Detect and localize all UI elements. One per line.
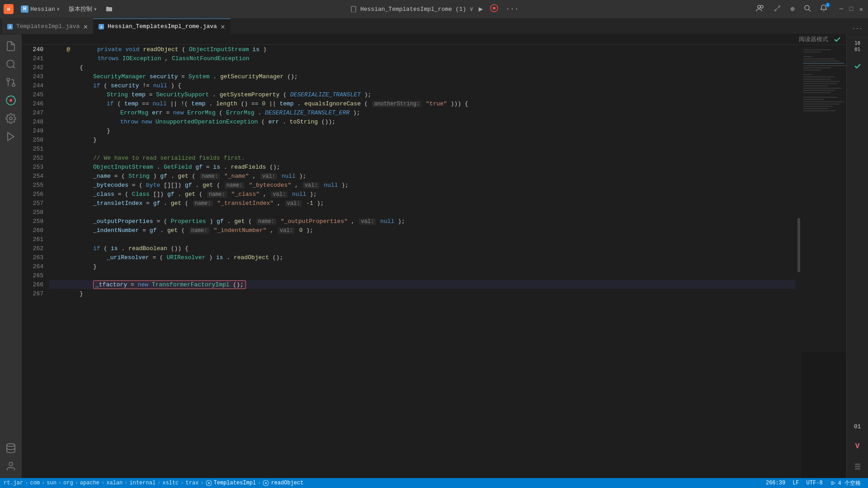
code-line-254[interactable]: _name = ( String ) gf . get ( name: "_na…	[49, 171, 796, 180]
right-icon-01-bottom[interactable]: 01	[849, 418, 866, 435]
code-line-242[interactable]: {	[49, 63, 796, 72]
breadcrumb-templatesimpl[interactable]: TemplatesImpl	[214, 480, 256, 486]
cls-getfield: GetField	[164, 164, 192, 171]
code-line-247[interactable]: ErrorMsg err = new ErrorMsg ( ErrorMsg .…	[49, 108, 796, 117]
code-line-249[interactable]: }	[49, 126, 796, 135]
search-title-icon[interactable]	[802, 4, 813, 15]
code-line-263[interactable]: _uriResolver = ( URIResolver ) is . read…	[49, 253, 796, 262]
right-icon-01[interactable]: 10 01	[849, 38, 866, 54]
code-line-244[interactable]: if ( security != null ) {	[49, 81, 796, 90]
line-num-261: 261	[22, 235, 49, 244]
breadcrumb-rtjar[interactable]: rt.jar	[4, 480, 23, 486]
project-menu[interactable]: H Hessian ∨	[17, 4, 63, 14]
code-lines[interactable]: @ private void readObject ( ObjectInputS…	[49, 45, 796, 478]
tab-templatesimpl[interactable]: J TemplatesImpl.java ✕	[2, 19, 93, 34]
breadcrumb-readobject[interactable]: readObject	[271, 480, 303, 486]
cls-unsupported: UnsupportedOperationException	[156, 118, 258, 125]
code-line-256[interactable]: _class = ( Class []) gf . get ( name: "_…	[49, 190, 796, 199]
code-line-257[interactable]: _transletIndex = gf . get ( name: "_tran…	[49, 199, 796, 208]
debug-run-btn[interactable]	[488, 3, 500, 15]
code-line-265[interactable]	[49, 271, 796, 280]
kw-new248: new	[142, 118, 152, 125]
code-line-252[interactable]: // We have to read serialized fields fir…	[49, 153, 796, 162]
code-line-241[interactable]: throws IOException , ClassNotFoundExcept…	[49, 54, 796, 63]
sidebar-item-person[interactable]	[3, 458, 19, 474]
scrollbar-thumb[interactable]	[797, 218, 800, 272]
version-control-menu[interactable]: 版本控制 ∨	[65, 3, 100, 15]
tab-more-btn[interactable]: ···	[849, 24, 866, 34]
code-line-243[interactable]: SecurityManager security = System . getS…	[49, 72, 796, 81]
var-gf259: gf	[217, 218, 224, 225]
tab1-close-icon[interactable]: ✕	[83, 22, 88, 31]
code-line-248[interactable]: throw new UnsupportedOperationException …	[49, 117, 796, 126]
right-label-01: 10	[854, 40, 860, 46]
sidebar-item-git[interactable]	[3, 74, 19, 90]
svg-point-50	[208, 482, 210, 484]
code-line-245[interactable]: String temp = SecuritySupport . getSyste…	[49, 90, 796, 99]
more-btn[interactable]: ···	[504, 4, 520, 14]
breadcrumb-com[interactable]: com	[30, 480, 40, 486]
status-encoding[interactable]: UTF-8	[803, 478, 826, 488]
activity-bar-bottom	[3, 440, 19, 474]
breadcrumb-apache[interactable]: apache	[80, 480, 99, 486]
code-line-266[interactable]: _tfactory = new TransformerFactoryImpl (…	[49, 280, 796, 289]
app-logo[interactable]: H	[4, 4, 14, 14]
wrench-icon[interactable]	[771, 3, 783, 15]
breadcrumb-internal[interactable]: internal	[130, 480, 156, 486]
svg-line-8	[809, 9, 811, 11]
close-btn[interactable]: ✕	[858, 6, 864, 12]
code-line-253[interactable]: ObjectInputStream . GetField gf = is . r…	[49, 162, 796, 171]
breadcrumb-org[interactable]: org	[63, 480, 73, 486]
maximize-btn[interactable]: □	[848, 6, 854, 12]
breadcrumb-sun[interactable]: sun	[47, 480, 57, 486]
play-icon	[5, 131, 16, 142]
sidebar-item-run[interactable]	[3, 92, 19, 109]
code-line-261[interactable]	[49, 235, 796, 244]
fn-readboolean: readBoolean	[128, 245, 167, 252]
code-line-251[interactable]	[49, 144, 796, 153]
right-icon-scroll[interactable]	[849, 458, 866, 474]
status-lineending[interactable]: LF	[789, 478, 802, 488]
sidebar-item-files[interactable]	[3, 38, 19, 54]
code-line-262[interactable]: if ( is . readBoolean ()) {	[49, 244, 796, 253]
code-line-255[interactable]: _bytecodes = ( byte [][]) gf . get ( nam…	[49, 180, 796, 190]
tab-hessian-templatesimpl[interactable]: J Hessian_TemplatesImpl_rome.java ✕	[93, 19, 230, 34]
cls-errormsg247: ErrorMsg	[120, 109, 148, 116]
breadcrumb-trax[interactable]: trax	[186, 480, 199, 486]
code-line-250[interactable]: }	[49, 135, 796, 144]
notification-icon[interactable]: 1	[818, 4, 829, 15]
status-indent[interactable]: 4 个空格	[826, 478, 864, 488]
code-line-267[interactable]: }	[49, 289, 796, 298]
code-line-246[interactable]: if ( temp == null || !( temp . length ()…	[49, 99, 796, 108]
code-line-240[interactable]: @ private void readObject ( ObjectInputS…	[49, 45, 796, 54]
sidebar-item-search[interactable]	[3, 56, 19, 72]
code-line-264[interactable]: }	[49, 262, 796, 271]
database-icon	[5, 443, 16, 454]
run-btn[interactable]: ▶	[477, 4, 485, 14]
right-icon-checkmark[interactable]	[849, 58, 866, 74]
status-position[interactable]: 266:39	[762, 478, 789, 488]
breadcrumb-xsltc[interactable]: xsltc	[162, 480, 179, 486]
extensions-title-icon[interactable]: ⊕	[788, 4, 797, 14]
scroll-line-3	[855, 468, 860, 469]
fn-getsysprop: getSystemProperty	[220, 91, 280, 98]
minimize-btn[interactable]: ─	[838, 6, 844, 12]
collab-icon[interactable]	[754, 3, 766, 15]
cls-string245: String	[107, 91, 128, 98]
sidebar-item-play[interactable]	[3, 128, 19, 145]
code-line-259[interactable]: _outputProperties = ( Properties ) gf . …	[49, 217, 796, 226]
sidebar-item-settings[interactable]	[3, 110, 19, 127]
code-line-260[interactable]: _indentNumber = gf . get ( name: "_inden…	[49, 226, 796, 235]
vertical-scrollbar[interactable]	[796, 45, 801, 478]
sidebar-item-database[interactable]	[3, 440, 19, 456]
tab2-close-icon[interactable]: ✕	[221, 22, 225, 31]
breadcrumb-xalan[interactable]: xalan	[106, 480, 123, 486]
code-line-258[interactable]	[49, 208, 796, 217]
line-num-254: 254	[22, 171, 49, 180]
fn-get259: get	[234, 218, 245, 225]
var-temp3: temp	[279, 100, 293, 107]
breadcrumb-sep-8: ›	[179, 480, 185, 486]
fn-readobject263: readObject	[234, 254, 269, 261]
folder-icon-btn[interactable]	[102, 4, 117, 14]
right-icon-v[interactable]: V	[849, 438, 866, 455]
